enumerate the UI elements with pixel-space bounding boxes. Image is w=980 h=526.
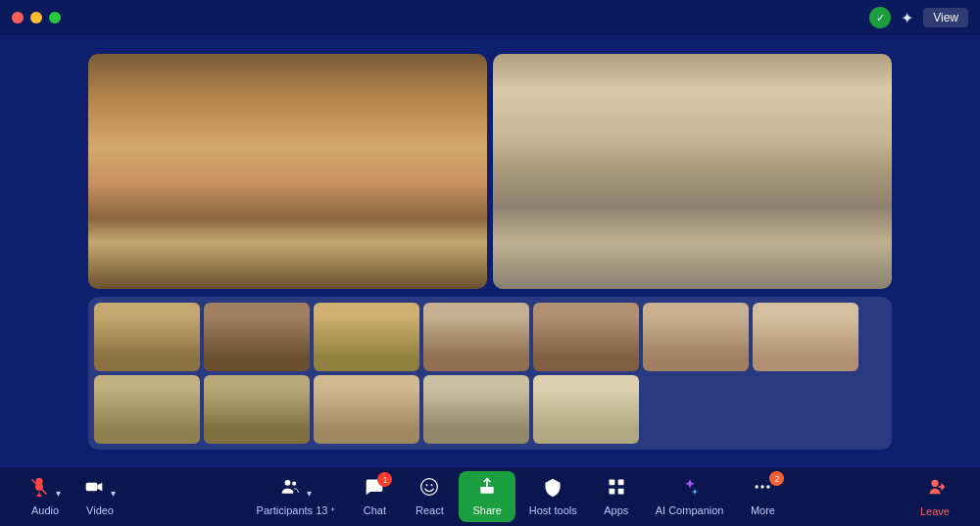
sparkle-icon: ✦ [901, 9, 913, 27]
chat-label: Chat [364, 504, 386, 516]
thumbnail-9[interactable] [204, 375, 310, 444]
toolbar-right: Leave [909, 470, 960, 523]
svg-point-6 [421, 479, 438, 496]
react-icon [419, 477, 439, 502]
chat-badge: 1 [377, 472, 392, 487]
leave-label: Leave [920, 505, 950, 517]
thumbnail-row-1 [94, 303, 886, 371]
apps-button[interactable]: Apps [591, 471, 642, 522]
svg-rect-11 [617, 480, 623, 486]
mic-icon: ▾ [29, 477, 61, 502]
video-button[interactable]: ▾ Video [74, 471, 125, 522]
participants-label: Participants 13 ⁺ [257, 504, 336, 516]
svg-rect-12 [609, 489, 614, 495]
main-content [0, 35, 980, 467]
share-button[interactable]: Share [459, 471, 514, 522]
thumbnail-10[interactable] [314, 375, 419, 444]
share-icon [477, 477, 497, 502]
close-button[interactable] [12, 12, 24, 24]
svg-point-7 [426, 484, 428, 486]
more-icon: 2 [753, 477, 772, 502]
thumbnail-7[interactable] [753, 303, 858, 371]
toolbar-center: ▾ Participants 13 ⁺ 1 Chat [247, 471, 789, 522]
thumbnail-4[interactable] [423, 303, 529, 371]
toolbar: ▾ Audio ▾ Video [0, 467, 980, 526]
thumbnail-row-2 [94, 375, 886, 444]
apps-label: Apps [604, 504, 628, 516]
leave-icon [924, 476, 946, 502]
more-badge: 2 [769, 471, 784, 486]
react-button[interactable]: React [404, 471, 455, 522]
minimize-button[interactable] [30, 12, 42, 24]
audio-chevron[interactable]: ▾ [56, 488, 61, 499]
maximize-button[interactable] [49, 12, 61, 24]
thumbnail-1[interactable] [94, 303, 200, 371]
thumbnail-3[interactable] [314, 303, 419, 371]
svg-point-5 [292, 482, 296, 486]
thumbnail-5[interactable] [533, 303, 639, 371]
thumbnail-12[interactable] [533, 375, 639, 444]
title-bar: ✓ ✦ View [0, 0, 980, 35]
video-label: Video [86, 504, 114, 516]
participants-chevron[interactable]: ▾ [307, 488, 312, 499]
leave-button[interactable]: Leave [909, 470, 960, 523]
camera-icon: ▾ [84, 477, 116, 502]
svg-point-8 [431, 484, 433, 486]
svg-point-15 [761, 485, 764, 488]
thumbnail-2[interactable] [204, 303, 310, 371]
host-tools-button[interactable]: Host tools [519, 471, 587, 522]
large-video-row [88, 54, 892, 289]
audio-button[interactable]: ▾ Audio [20, 471, 71, 522]
apps-icon [607, 477, 626, 502]
audio-label: Audio [31, 504, 59, 516]
more-button[interactable]: 2 More [737, 471, 788, 522]
view-button[interactable]: View [923, 8, 968, 27]
security-icon: ✓ [869, 7, 891, 28]
host-tools-icon [543, 477, 563, 502]
host-tools-label: Host tools [529, 504, 577, 516]
chat-button[interactable]: 1 Chat [349, 471, 400, 522]
video-chevron[interactable]: ▾ [111, 488, 116, 499]
large-video-1 [88, 54, 487, 289]
svg-point-17 [931, 480, 938, 487]
svg-rect-10 [609, 480, 614, 486]
share-label: Share [472, 504, 501, 516]
toolbar-left: ▾ Audio ▾ Video [20, 471, 125, 522]
more-label: More [751, 504, 775, 516]
svg-point-14 [756, 485, 759, 488]
large-video-2 [493, 54, 892, 289]
participants-button[interactable]: ▾ Participants 13 ⁺ [247, 471, 346, 522]
svg-point-4 [285, 480, 291, 486]
ai-companion-label: AI Companion [656, 504, 724, 516]
svg-rect-3 [86, 483, 98, 491]
chat-icon: 1 [365, 477, 384, 502]
ai-companion-button[interactable]: AI Companion [646, 471, 734, 522]
thumbnail-8[interactable] [94, 375, 200, 444]
thumbnail-11[interactable] [423, 375, 529, 444]
participants-icon: ▾ [280, 477, 312, 502]
ai-companion-icon [680, 477, 700, 502]
window-controls [12, 12, 61, 24]
svg-rect-13 [617, 489, 623, 495]
svg-point-16 [767, 485, 770, 488]
title-bar-right: ✓ ✦ View [869, 7, 968, 28]
thumbnail-6[interactable] [643, 303, 749, 371]
react-label: React [416, 504, 444, 516]
thumbnail-strip [88, 297, 892, 450]
